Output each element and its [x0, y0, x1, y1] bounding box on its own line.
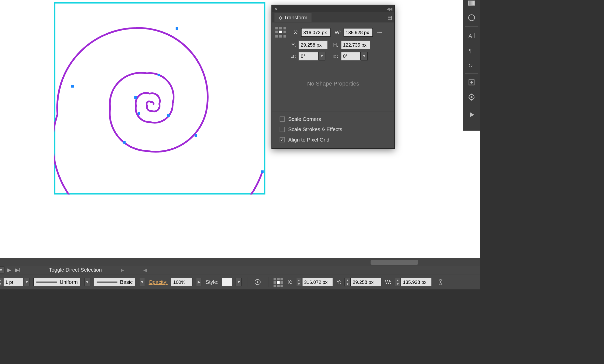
panel-menu-icon[interactable]: ▤	[388, 15, 392, 20]
svg-text:A: A	[469, 33, 472, 39]
stroke-weight-stepper[interactable]: ▲▼	[0, 277, 3, 286]
ctrl-w-input[interactable]: 135.928 px	[401, 277, 432, 286]
collapse-panel-icon[interactable]: ◀◀	[387, 6, 392, 11]
ctrl-w-label: W:	[385, 279, 391, 285]
ctrl-x-stepper[interactable]: ▲▼	[296, 277, 302, 286]
w-input[interactable]: 135.928 px	[344, 28, 373, 37]
y-label: Y:	[288, 42, 296, 48]
close-panel-icon[interactable]: ×	[274, 6, 277, 11]
canvas[interactable]	[0, 0, 480, 258]
panel-titlebar[interactable]: × ◀◀	[272, 5, 394, 12]
rotate-input[interactable]: 0°	[299, 52, 319, 60]
svg-point-46	[471, 96, 472, 98]
profile-dropdown-icon[interactable]: ▼	[84, 277, 90, 286]
svg-point-39	[469, 15, 475, 21]
scale-strokes-checkbox-row[interactable]: Scale Strokes & Effects	[275, 124, 391, 135]
opacity-dropdown-icon[interactable]: ▶	[196, 277, 202, 286]
y-input[interactable]: 29.258 px	[299, 40, 328, 49]
align-panel-icon[interactable]	[464, 90, 479, 105]
color-panel-icon[interactable]	[464, 0, 479, 10]
last-artboard-button[interactable]: ▶I	[14, 267, 21, 273]
ctrl-x-input[interactable]: 316.072 px	[302, 277, 333, 286]
style-label: Style:	[205, 279, 218, 285]
svg-point-49	[257, 281, 258, 283]
status-message: Toggle Direct Selection	[49, 267, 102, 273]
no-shape-properties-message: No Shape Properties	[275, 63, 391, 108]
color-guide-panel-icon[interactable]	[464, 10, 479, 25]
shear-icon: ⧄:	[331, 53, 338, 59]
align-panel-toggle-icon[interactable]	[274, 277, 284, 287]
align-pixel-label: Align to Pixel Grid	[288, 137, 330, 143]
svg-rect-30	[71, 85, 74, 88]
recolor-artwork-icon[interactable]	[253, 277, 263, 287]
paragraph-panel-icon[interactable]: ¶	[464, 43, 479, 58]
stroke-weight-input[interactable]: 1 pt	[3, 277, 24, 286]
scroll-thumb[interactable]	[371, 260, 418, 265]
w-label: W:	[333, 29, 341, 35]
scale-corners-checkbox-row[interactable]: Scale Corners	[275, 114, 391, 124]
status-bar: ⇪ 300% ▼ I◀ ◀ 1 ▼ ▶ ▶I Toggle Direct Sel…	[0, 266, 480, 274]
scale-corners-label: Scale Corners	[288, 116, 321, 122]
brush-dropdown-icon[interactable]: ▼	[139, 277, 145, 286]
svg-rect-33	[158, 74, 160, 76]
artboard-dropdown-icon[interactable]: ▼	[0, 267, 4, 273]
opacity-label[interactable]: Opacity:	[149, 279, 168, 285]
ctrl-y-label: Y:	[336, 279, 341, 285]
constrain-wh-icon[interactable]	[435, 277, 446, 287]
transform-tab[interactable]: ◇Transform	[274, 13, 312, 22]
graphic-style-chip[interactable]	[222, 277, 232, 286]
scale-corners-checkbox[interactable]	[280, 117, 285, 122]
svg-rect-38	[469, 1, 475, 5]
align-pixel-checkbox[interactable]: ✓	[280, 137, 285, 142]
h-input[interactable]: 122.735 px	[341, 40, 370, 49]
rotate-icon: ⊿:	[288, 53, 296, 59]
character-panel-icon[interactable]: A	[464, 28, 479, 43]
brush-definition[interactable]: Basic	[94, 277, 136, 286]
spiral-path[interactable]	[54, 2, 265, 195]
ctrl-x-label: X:	[287, 279, 292, 285]
svg-point-44	[471, 81, 473, 83]
shear-input[interactable]: 0°	[341, 52, 361, 60]
x-label: X:	[291, 29, 298, 35]
opacity-input[interactable]: 100%	[171, 277, 193, 286]
svg-marker-47	[470, 112, 474, 117]
scale-strokes-label: Scale Strokes & Effects	[288, 127, 342, 133]
transform-panel: × ◀◀ ◇Transform ▤ X: 316.072 px W: 135.9…	[271, 5, 395, 149]
status-prev-icon[interactable]: ◀	[143, 268, 147, 272]
align-pixel-checkbox-row[interactable]: ✓ Align to Pixel Grid	[275, 135, 391, 145]
svg-text:¶: ¶	[469, 48, 472, 54]
status-play-icon[interactable]: ▶	[121, 268, 124, 272]
svg-rect-35	[167, 114, 170, 117]
shear-dropdown-icon[interactable]: ▼	[361, 52, 368, 60]
ctrl-w-stepper[interactable]: ▲▼	[395, 277, 401, 286]
svg-rect-36	[138, 112, 140, 115]
horizontal-scrollbar[interactable]	[0, 258, 480, 266]
variable-width-profile[interactable]: Uniform	[33, 277, 81, 286]
svg-rect-32	[195, 134, 197, 137]
ctrl-y-stepper[interactable]: ▲▼	[345, 277, 351, 286]
rotate-dropdown-icon[interactable]: ▼	[319, 52, 325, 60]
next-artboard-button[interactable]: ▶	[6, 267, 12, 273]
svg-rect-34	[123, 141, 126, 144]
reference-point-grid[interactable]	[275, 27, 286, 38]
svg-rect-29	[176, 27, 178, 30]
h-label: H:	[331, 42, 338, 48]
constrain-proportions-icon[interactable]: ⊶	[377, 29, 382, 35]
x-input[interactable]: 316.072 px	[301, 28, 331, 37]
control-bar: ▼ ▼ Stroke: ▲▼ 1 pt ▼ Uniform ▼ Basic ▼ …	[0, 274, 480, 289]
transform-panel-icon[interactable]	[464, 75, 479, 90]
ctrl-y-input[interactable]: 29.258 px	[351, 277, 382, 286]
opentype-panel-icon[interactable]: O	[464, 57, 479, 72]
scale-strokes-checkbox[interactable]	[280, 127, 285, 132]
stroke-weight-dropdown-icon[interactable]: ▼	[24, 277, 30, 286]
svg-rect-37	[134, 96, 137, 99]
right-panel-dock: ×▶▶ A ¶ O	[463, 0, 480, 131]
svg-text:O: O	[469, 63, 473, 68]
style-dropdown-icon[interactable]: ▼	[236, 277, 242, 286]
svg-rect-28	[261, 170, 264, 173]
actions-panel-icon[interactable]	[464, 107, 479, 122]
